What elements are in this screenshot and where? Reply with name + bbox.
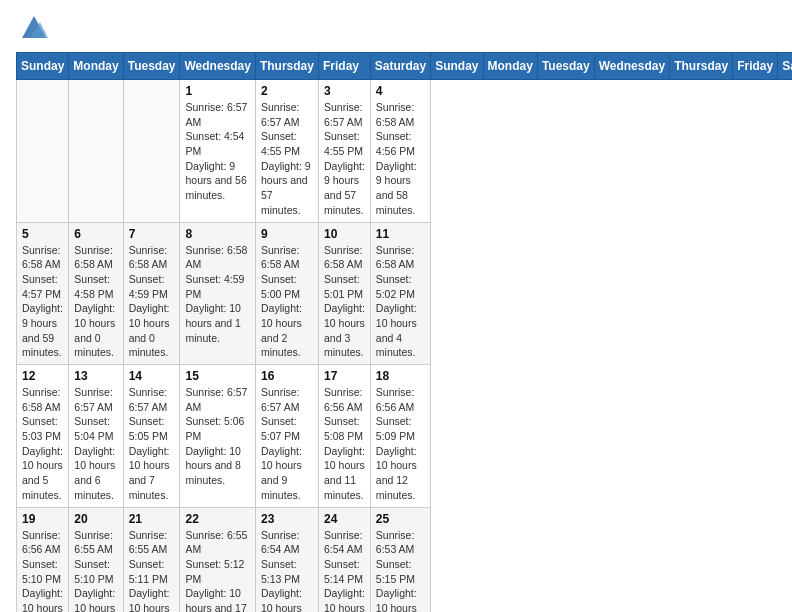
calendar-header-row: SundayMondayTuesdayWednesdayThursdayFrid… bbox=[17, 53, 793, 80]
logo-icon bbox=[20, 12, 48, 40]
day-info: Sunrise: 6:55 AM Sunset: 5:10 PM Dayligh… bbox=[74, 528, 117, 613]
weekday-header: Wednesday bbox=[594, 53, 669, 80]
day-number: 2 bbox=[261, 84, 313, 98]
day-info: Sunrise: 6:58 AM Sunset: 4:59 PM Dayligh… bbox=[185, 243, 249, 346]
page-header bbox=[16, 16, 776, 40]
day-number: 14 bbox=[129, 369, 175, 383]
weekday-header: Monday bbox=[483, 53, 537, 80]
calendar-cell: 24Sunrise: 6:54 AM Sunset: 5:14 PM Dayli… bbox=[318, 507, 370, 612]
day-number: 9 bbox=[261, 227, 313, 241]
day-number: 13 bbox=[74, 369, 117, 383]
day-number: 24 bbox=[324, 512, 365, 526]
day-number: 25 bbox=[376, 512, 425, 526]
day-info: Sunrise: 6:56 AM Sunset: 5:09 PM Dayligh… bbox=[376, 385, 425, 503]
weekday-header: Tuesday bbox=[537, 53, 594, 80]
day-info: Sunrise: 6:57 AM Sunset: 5:07 PM Dayligh… bbox=[261, 385, 313, 503]
day-number: 21 bbox=[129, 512, 175, 526]
calendar-cell: 5Sunrise: 6:58 AM Sunset: 4:57 PM Daylig… bbox=[17, 222, 69, 365]
day-of-week-header: Saturday bbox=[370, 53, 430, 80]
day-number: 6 bbox=[74, 227, 117, 241]
day-info: Sunrise: 6:56 AM Sunset: 5:10 PM Dayligh… bbox=[22, 528, 63, 613]
calendar-cell: 25Sunrise: 6:53 AM Sunset: 5:15 PM Dayli… bbox=[370, 507, 430, 612]
day-number: 7 bbox=[129, 227, 175, 241]
day-info: Sunrise: 6:53 AM Sunset: 5:15 PM Dayligh… bbox=[376, 528, 425, 613]
day-number: 16 bbox=[261, 369, 313, 383]
day-number: 22 bbox=[185, 512, 249, 526]
calendar-week-row: 5Sunrise: 6:58 AM Sunset: 4:57 PM Daylig… bbox=[17, 222, 793, 365]
day-number: 17 bbox=[324, 369, 365, 383]
weekday-header: Sunday bbox=[431, 53, 483, 80]
day-of-week-header: Tuesday bbox=[123, 53, 180, 80]
calendar-week-row: 12Sunrise: 6:58 AM Sunset: 5:03 PM Dayli… bbox=[17, 365, 793, 508]
day-info: Sunrise: 6:58 AM Sunset: 5:03 PM Dayligh… bbox=[22, 385, 63, 503]
calendar-cell: 13Sunrise: 6:57 AM Sunset: 5:04 PM Dayli… bbox=[69, 365, 123, 508]
calendar-cell: 1Sunrise: 6:57 AM Sunset: 4:54 PM Daylig… bbox=[180, 80, 255, 223]
calendar-cell: 21Sunrise: 6:55 AM Sunset: 5:11 PM Dayli… bbox=[123, 507, 180, 612]
day-number: 20 bbox=[74, 512, 117, 526]
weekday-header: Friday bbox=[733, 53, 778, 80]
logo bbox=[16, 16, 48, 40]
calendar-cell: 2Sunrise: 6:57 AM Sunset: 4:55 PM Daylig… bbox=[255, 80, 318, 223]
calendar-cell: 12Sunrise: 6:58 AM Sunset: 5:03 PM Dayli… bbox=[17, 365, 69, 508]
day-info: Sunrise: 6:58 AM Sunset: 4:59 PM Dayligh… bbox=[129, 243, 175, 361]
day-info: Sunrise: 6:57 AM Sunset: 5:06 PM Dayligh… bbox=[185, 385, 249, 488]
day-of-week-header: Sunday bbox=[17, 53, 69, 80]
calendar-week-row: 19Sunrise: 6:56 AM Sunset: 5:10 PM Dayli… bbox=[17, 507, 793, 612]
day-number: 8 bbox=[185, 227, 249, 241]
day-info: Sunrise: 6:56 AM Sunset: 5:08 PM Dayligh… bbox=[324, 385, 365, 503]
day-info: Sunrise: 6:58 AM Sunset: 4:56 PM Dayligh… bbox=[376, 100, 425, 218]
day-number: 5 bbox=[22, 227, 63, 241]
calendar-cell: 22Sunrise: 6:55 AM Sunset: 5:12 PM Dayli… bbox=[180, 507, 255, 612]
calendar-cell: 17Sunrise: 6:56 AM Sunset: 5:08 PM Dayli… bbox=[318, 365, 370, 508]
calendar-cell: 16Sunrise: 6:57 AM Sunset: 5:07 PM Dayli… bbox=[255, 365, 318, 508]
calendar-cell: 11Sunrise: 6:58 AM Sunset: 5:02 PM Dayli… bbox=[370, 222, 430, 365]
calendar-cell: 14Sunrise: 6:57 AM Sunset: 5:05 PM Dayli… bbox=[123, 365, 180, 508]
weekday-header: Thursday bbox=[670, 53, 733, 80]
day-number: 23 bbox=[261, 512, 313, 526]
day-number: 3 bbox=[324, 84, 365, 98]
day-info: Sunrise: 6:57 AM Sunset: 4:54 PM Dayligh… bbox=[185, 100, 249, 203]
calendar-cell: 6Sunrise: 6:58 AM Sunset: 4:58 PM Daylig… bbox=[69, 222, 123, 365]
calendar-cell: 19Sunrise: 6:56 AM Sunset: 5:10 PM Dayli… bbox=[17, 507, 69, 612]
day-info: Sunrise: 6:58 AM Sunset: 5:00 PM Dayligh… bbox=[261, 243, 313, 361]
calendar-cell: 9Sunrise: 6:58 AM Sunset: 5:00 PM Daylig… bbox=[255, 222, 318, 365]
day-info: Sunrise: 6:58 AM Sunset: 5:02 PM Dayligh… bbox=[376, 243, 425, 361]
calendar-cell bbox=[69, 80, 123, 223]
calendar-cell: 15Sunrise: 6:57 AM Sunset: 5:06 PM Dayli… bbox=[180, 365, 255, 508]
day-info: Sunrise: 6:54 AM Sunset: 5:14 PM Dayligh… bbox=[324, 528, 365, 613]
day-info: Sunrise: 6:58 AM Sunset: 4:58 PM Dayligh… bbox=[74, 243, 117, 361]
calendar-cell bbox=[17, 80, 69, 223]
calendar-cell: 3Sunrise: 6:57 AM Sunset: 4:55 PM Daylig… bbox=[318, 80, 370, 223]
day-number: 10 bbox=[324, 227, 365, 241]
day-info: Sunrise: 6:57 AM Sunset: 4:55 PM Dayligh… bbox=[261, 100, 313, 218]
calendar-cell: 10Sunrise: 6:58 AM Sunset: 5:01 PM Dayli… bbox=[318, 222, 370, 365]
day-number: 15 bbox=[185, 369, 249, 383]
day-of-week-header: Friday bbox=[318, 53, 370, 80]
calendar-cell: 7Sunrise: 6:58 AM Sunset: 4:59 PM Daylig… bbox=[123, 222, 180, 365]
calendar-week-row: 1Sunrise: 6:57 AM Sunset: 4:54 PM Daylig… bbox=[17, 80, 793, 223]
day-number: 12 bbox=[22, 369, 63, 383]
day-info: Sunrise: 6:54 AM Sunset: 5:13 PM Dayligh… bbox=[261, 528, 313, 613]
day-info: Sunrise: 6:57 AM Sunset: 5:04 PM Dayligh… bbox=[74, 385, 117, 503]
day-of-week-header: Thursday bbox=[255, 53, 318, 80]
calendar-cell: 8Sunrise: 6:58 AM Sunset: 4:59 PM Daylig… bbox=[180, 222, 255, 365]
day-info: Sunrise: 6:58 AM Sunset: 5:01 PM Dayligh… bbox=[324, 243, 365, 361]
weekday-header: Saturday bbox=[778, 53, 792, 80]
calendar-cell: 18Sunrise: 6:56 AM Sunset: 5:09 PM Dayli… bbox=[370, 365, 430, 508]
calendar-cell: 4Sunrise: 6:58 AM Sunset: 4:56 PM Daylig… bbox=[370, 80, 430, 223]
day-number: 1 bbox=[185, 84, 249, 98]
day-info: Sunrise: 6:57 AM Sunset: 4:55 PM Dayligh… bbox=[324, 100, 365, 218]
calendar-cell bbox=[123, 80, 180, 223]
day-info: Sunrise: 6:55 AM Sunset: 5:11 PM Dayligh… bbox=[129, 528, 175, 613]
calendar-cell: 23Sunrise: 6:54 AM Sunset: 5:13 PM Dayli… bbox=[255, 507, 318, 612]
day-info: Sunrise: 6:57 AM Sunset: 5:05 PM Dayligh… bbox=[129, 385, 175, 503]
day-of-week-header: Monday bbox=[69, 53, 123, 80]
calendar-table: SundayMondayTuesdayWednesdayThursdayFrid… bbox=[16, 52, 792, 612]
day-number: 19 bbox=[22, 512, 63, 526]
day-number: 4 bbox=[376, 84, 425, 98]
day-number: 18 bbox=[376, 369, 425, 383]
day-of-week-header: Wednesday bbox=[180, 53, 255, 80]
day-number: 11 bbox=[376, 227, 425, 241]
day-info: Sunrise: 6:58 AM Sunset: 4:57 PM Dayligh… bbox=[22, 243, 63, 361]
day-info: Sunrise: 6:55 AM Sunset: 5:12 PM Dayligh… bbox=[185, 528, 249, 613]
